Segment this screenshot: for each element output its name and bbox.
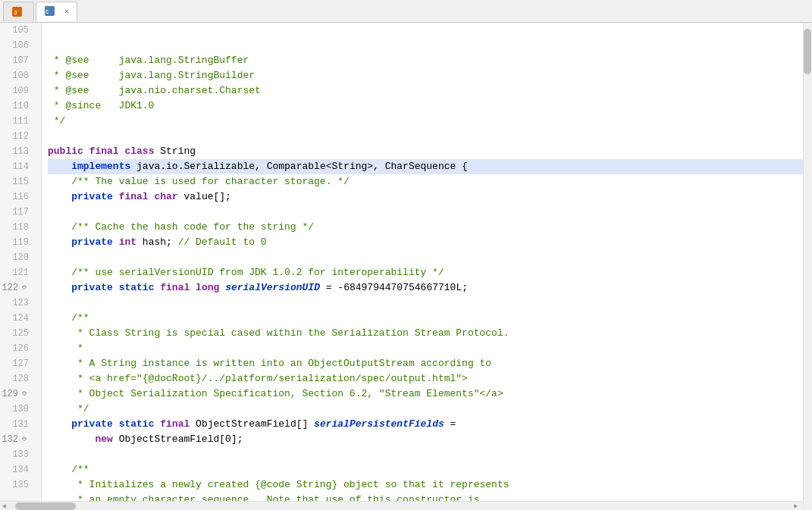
line-number-110: 110 [0,99,35,114]
code-line-131[interactable] [48,447,806,462]
fold-indicator-132[interactable]: ⊖ [20,435,29,444]
line-number-129: 129⊖ [0,386,35,402]
line-number-131: 131 [0,417,35,432]
line-number-106: 106 [0,38,35,53]
code-line-106[interactable]: * @see java.lang.StringBuilder [48,68,806,83]
line-number-115: 115 [0,174,35,189]
line-number-117: 117 [0,205,35,220]
line-number-132: 132⊖ [0,432,35,447]
line-number-128: 128 [0,371,35,386]
line-number-116: 116 [0,189,35,205]
code-line-133[interactable]: * Initializes a newly created {@code Str… [48,477,806,493]
line-number-126: 126 [0,341,35,356]
fold-indicator-129[interactable]: ⊖ [20,390,29,399]
line-number-135: 135 [0,477,35,493]
line-number-111: 111 [0,114,35,129]
line-number-121: 121 [0,265,35,280]
editor: 1051061071081091101111121131141151161171… [0,23,812,510]
line-number-114: 114 [0,159,35,174]
code-line-108[interactable]: * @since JDK1.0 [48,99,806,114]
line-number-134: 134 [0,462,35,477]
code-area[interactable]: * @see java.lang.StringBuffer * @see jav… [42,23,812,510]
maximize-button[interactable] [801,10,809,13]
code-line-118[interactable] [48,250,806,265]
code-line-122[interactable]: /** [48,311,806,326]
vertical-scrollbar[interactable] [803,23,812,510]
code-line-117[interactable]: private int hash; // Default to 0 [48,235,806,250]
class-file-icon: C [44,6,55,17]
line-number-107: 107 [0,53,35,68]
code-line-121[interactable] [48,296,806,311]
svg-text:J: J [14,9,17,16]
code-line-105[interactable]: * @see java.lang.StringBuffer [48,53,806,68]
code-line-116[interactable]: /** Cache the hash code for the string *… [48,220,806,235]
code-line-109[interactable]: */ [48,114,806,129]
horizontal-scrollbar-thumb[interactable] [15,502,76,510]
code-line-124[interactable]: * [48,341,806,356]
code-line-127[interactable]: * Object Serialization Specification, Se… [48,386,806,402]
line-number-108: 108 [0,68,35,83]
code-line-123[interactable]: * Class String is special cased within t… [48,326,806,341]
line-number-133: 133 [0,447,35,462]
line-number-109: 109 [0,83,35,99]
svg-text:C: C [45,9,49,15]
code-line-132[interactable]: /** [48,462,806,477]
minimize-button[interactable] [791,10,798,13]
code-line-129[interactable]: private static final ObjectStreamField[]… [48,417,806,432]
scroll-right-arrow[interactable]: ▶ [792,502,800,509]
tab-close-button[interactable]: ✕ [64,7,69,16]
code-line-115[interactable] [48,205,806,220]
line-number-gutter: 1051061071081091101111121131141151161171… [0,23,42,510]
tab-bar-controls [791,10,809,13]
line-number-127: 127 [0,356,35,371]
line-number-113: 113 [0,144,35,159]
code-line-126[interactable]: * <a href="{@docRoot}/../platform/serial… [48,371,806,386]
code-line-114[interactable]: private final char value[]; [48,189,806,205]
fold-indicator-122[interactable]: ⊖ [20,283,29,293]
code-line-112[interactable]: implements java.io.Serializable, Compara… [48,159,806,174]
code-line-119[interactable]: /** use serialVersionUID from JDK 1.0.2 … [48,265,806,280]
horizontal-scrollbar[interactable]: ◀ ▶ [0,501,803,510]
code-line-120[interactable]: private static final long serialVersionU… [48,280,806,296]
tab-bar: J C ✕ [0,0,812,23]
code-line-113[interactable]: /** The value is used for character stor… [48,174,806,189]
java-file-icon: J [11,6,22,17]
line-number-120: 120 [0,250,35,265]
code-line-110[interactable] [48,129,806,144]
line-number-130: 130 [0,402,35,417]
line-number-122: 122⊖ [0,280,35,296]
code-line-130[interactable]: new ObjectStreamField[0]; [48,432,806,447]
scroll-left-arrow[interactable]: ◀ [0,502,8,509]
line-number-124: 124 [0,311,35,326]
tab-string-class[interactable]: C ✕ [36,2,77,21]
code-line-107[interactable]: * @see java.nio.charset.Charset [48,83,806,99]
line-number-125: 125 [0,326,35,341]
vertical-scrollbar-thumb[interactable] [804,29,811,74]
line-number-119: 119 [0,235,35,250]
code-line-128[interactable]: */ [48,402,806,417]
code-line-111[interactable]: public final class String [48,144,806,159]
line-number-112: 112 [0,129,35,144]
code-line-125[interactable]: * A String instance is written into an O… [48,356,806,371]
line-number-118: 118 [0,220,35,235]
tab-test01[interactable]: J [3,2,34,21]
line-number-123: 123 [0,296,35,311]
line-number-105: 105 [0,23,35,38]
